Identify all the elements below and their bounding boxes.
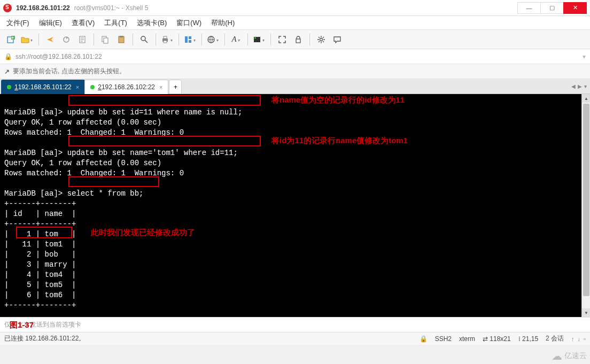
menu-window[interactable]: 窗口(W) xyxy=(176,18,201,28)
watermark: ☁ 亿速云 xyxy=(552,350,587,362)
menu-view[interactable]: 查看(V) xyxy=(72,18,95,28)
add-session-arrow-icon[interactable]: ↗ xyxy=(4,68,10,75)
terminal-output: MariaDB [aa]> update bb set id=11 where … xyxy=(0,94,590,314)
status-ssh: SSH2 xyxy=(435,335,452,343)
menu-tab[interactable]: 选项卡(B) xyxy=(137,18,167,28)
open-button[interactable] xyxy=(20,33,34,47)
app-icon xyxy=(3,4,12,12)
fullscreen-button[interactable] xyxy=(275,33,289,47)
svg-rect-13 xyxy=(189,36,191,39)
print-button[interactable] xyxy=(160,33,174,47)
color-scheme-button[interactable] xyxy=(252,33,266,47)
find-button[interactable] xyxy=(137,33,151,47)
status-ssh-icon: 🔒 xyxy=(420,335,428,343)
minimize-button[interactable]: — xyxy=(517,2,541,14)
tab-nav-menu-icon[interactable]: ▾ xyxy=(584,83,587,89)
copy-button[interactable] xyxy=(98,33,112,47)
status-sessions: 2 会话 xyxy=(546,334,564,343)
status-size: 118x21 xyxy=(490,335,510,343)
tab-nav-right-icon[interactable]: ▶ xyxy=(578,83,582,89)
menu-bar: 文件(F) 编辑(E) 查看(V) 工具(T) 选项卡(B) 窗口(W) 帮助(… xyxy=(0,16,590,30)
maximize-button[interactable]: ▢ xyxy=(540,2,564,14)
status-term: xterm xyxy=(459,335,475,343)
status-dot-icon xyxy=(90,85,95,89)
terminal-scrollbar[interactable]: ▲ ▼ xyxy=(581,94,590,317)
chat-button[interactable] xyxy=(330,33,344,47)
composer-input[interactable]: 仅将文本发送到当前选项卡 图1-37 xyxy=(0,317,590,332)
menu-help[interactable]: 帮助(H) xyxy=(211,18,235,28)
reconnect-button[interactable] xyxy=(59,33,73,47)
tab-bar: 1 192.168.26.101:22 × 2 192.168.26.102:2… xyxy=(0,79,590,94)
tab-nav-left-icon[interactable]: ◀ xyxy=(571,83,576,89)
lock-button[interactable] xyxy=(291,33,305,47)
status-connected: 已连接 192.168.26.101:22。 xyxy=(4,334,85,343)
address-bar[interactable]: 🔒 ssh://root@192.168.26.101:22 ▾ xyxy=(0,49,590,64)
cloud-icon: ☁ xyxy=(552,350,562,362)
svg-point-19 xyxy=(320,38,323,41)
tab-close-icon[interactable]: × xyxy=(76,84,79,90)
tab-1[interactable]: 1 192.168.26.101:22 × xyxy=(1,80,85,94)
toolbar: A xyxy=(0,30,590,49)
figure-label: 图1-37 xyxy=(10,320,34,330)
session-hint: ↗ 要添加当前会话, 点击左侧的箭头按钮。 xyxy=(0,64,590,79)
window-title-host: 192.168.26.101:22 xyxy=(16,4,70,12)
scroll-up-icon[interactable]: ▲ xyxy=(582,94,590,103)
watermark-text: 亿速云 xyxy=(564,351,587,361)
send-button[interactable] xyxy=(43,33,57,47)
pos-icon: ⁞ xyxy=(518,335,521,343)
font-button[interactable]: A xyxy=(229,33,243,47)
svg-rect-14 xyxy=(189,40,191,43)
tab-close-icon[interactable]: × xyxy=(159,84,162,90)
paste-button[interactable] xyxy=(114,33,128,47)
scroll-down-icon[interactable]: ▼ xyxy=(582,308,590,317)
settings-button[interactable] xyxy=(314,33,328,47)
status-square-icon: ▫ xyxy=(584,336,586,342)
status-bar: 已连接 192.168.26.101:22。 🔒 SSH2 xterm ⇄ 11… xyxy=(0,332,590,345)
menu-file[interactable]: 文件(F) xyxy=(6,18,29,28)
layout-button[interactable] xyxy=(183,33,197,47)
status-pos: 21,15 xyxy=(522,335,538,343)
svg-point-8 xyxy=(141,36,145,41)
menu-edit[interactable]: 编辑(E) xyxy=(39,18,62,28)
terminal-area[interactable]: MariaDB [aa]> update bb set id=11 where … xyxy=(0,94,590,317)
title-bar: 192.168.26.101:22 root@vms001:~ - Xshell… xyxy=(0,0,590,16)
caps-up-icon: ↑ xyxy=(571,336,575,342)
close-button[interactable]: ✕ xyxy=(563,2,587,14)
address-dropdown-icon[interactable]: ▾ xyxy=(583,53,586,60)
scroll-thumb[interactable] xyxy=(583,104,589,296)
tab-add-button[interactable]: + xyxy=(169,80,182,94)
svg-rect-7 xyxy=(120,36,123,37)
menu-tools[interactable]: 工具(T) xyxy=(104,18,127,28)
status-dot-icon xyxy=(7,85,11,89)
svg-rect-17 xyxy=(254,37,256,38)
svg-rect-10 xyxy=(164,36,167,38)
session-hint-text: 要添加当前会话, 点击左侧的箭头按钮。 xyxy=(13,67,126,76)
tab-2[interactable]: 2 192.168.26.102:22 × xyxy=(84,80,168,94)
encoding-button[interactable] xyxy=(206,33,220,47)
svg-rect-5 xyxy=(104,38,108,43)
window-title-sub: root@vms001:~ - Xshell 5 xyxy=(74,4,149,12)
svg-rect-12 xyxy=(185,36,188,43)
svg-rect-18 xyxy=(296,39,300,43)
properties-button[interactable] xyxy=(75,33,89,47)
address-url: ssh://root@192.168.26.101:22 xyxy=(15,53,102,60)
size-icon: ⇄ xyxy=(483,335,488,343)
lock-icon: 🔒 xyxy=(4,53,12,60)
svg-rect-11 xyxy=(164,41,167,43)
new-session-button[interactable] xyxy=(4,33,18,47)
caps-down-icon: ↓ xyxy=(578,336,581,342)
